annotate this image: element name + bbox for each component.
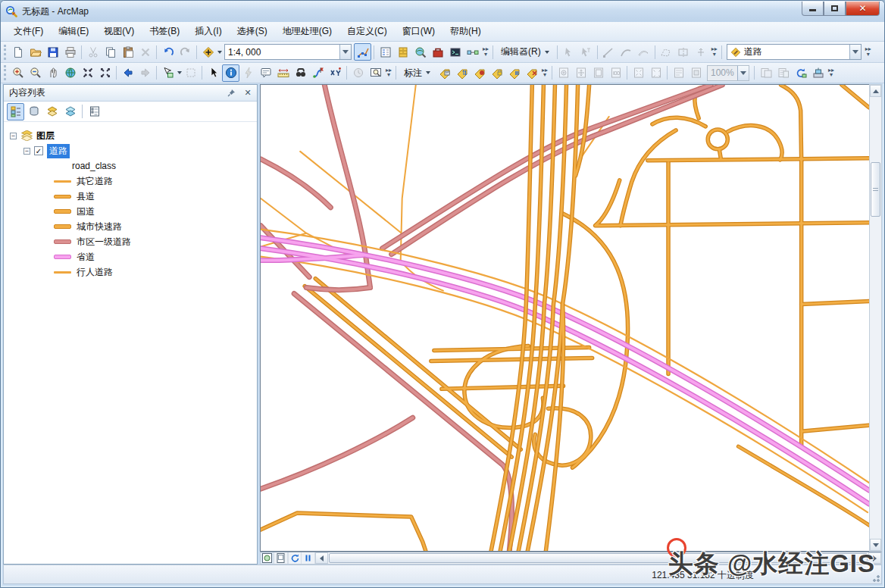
legend-swatch-national-road[interactable] — [54, 209, 71, 214]
labeling-menu-button[interactable]: 标注 — [399, 64, 436, 82]
html-popup-icon[interactable] — [257, 64, 274, 82]
legend-swatch-urban-primary-road[interactable] — [54, 239, 71, 244]
print-icon[interactable] — [61, 43, 79, 61]
list-by-source-icon[interactable] — [25, 103, 42, 120]
list-by-drawing-order-icon[interactable] — [7, 103, 24, 120]
menu-windows[interactable]: 窗口(W) — [396, 23, 442, 40]
zoom-whole-page-icon[interactable] — [589, 64, 607, 82]
map-view[interactable] — [260, 84, 869, 552]
collapse-icon[interactable]: − — [10, 133, 17, 139]
toolbar-overflow-icon[interactable]: ▸▸▾ — [481, 44, 490, 61]
pause-drawing-button[interactable] — [302, 552, 315, 564]
add-data-icon[interactable] — [199, 43, 217, 61]
add-data-dropdown-icon[interactable] — [217, 51, 222, 54]
map-scale-combo[interactable]: 1:4, 000 — [224, 44, 352, 60]
menu-selection[interactable]: 选择(S) — [230, 23, 274, 40]
clear-selection-icon[interactable] — [182, 64, 199, 82]
open-icon[interactable] — [27, 43, 44, 61]
data-driven-pages-icon[interactable] — [774, 64, 792, 82]
arc-segment-icon[interactable] — [618, 43, 635, 61]
editor-overflow-icon[interactable]: ▸▸▾ — [710, 44, 719, 61]
identify-icon[interactable] — [222, 64, 239, 82]
maximize-button[interactable] — [824, 2, 846, 16]
go-to-xy-icon[interactable] — [327, 64, 344, 82]
modelbuilder-icon[interactable] — [464, 43, 481, 61]
toolbar-grip[interactable] — [4, 45, 8, 60]
horizontal-scroll-thumb[interactable] — [329, 553, 868, 563]
save-icon[interactable] — [44, 43, 61, 61]
pan-icon[interactable] — [44, 64, 61, 82]
vertical-scrollbar[interactable] — [869, 84, 882, 552]
viewer-window-icon[interactable] — [367, 64, 384, 82]
undo-icon[interactable] — [159, 43, 177, 61]
label-weight-icon[interactable] — [471, 64, 488, 82]
forward-extent-icon[interactable] — [136, 64, 154, 82]
share-service-icon[interactable] — [809, 64, 827, 82]
data-view-button[interactable] — [261, 552, 274, 564]
rotate-tool-icon[interactable] — [693, 43, 710, 61]
scroll-left-icon[interactable] — [315, 552, 328, 564]
legend-item[interactable]: 其它道路 — [4, 174, 257, 189]
fixed-zoom-in-layout-icon[interactable] — [630, 64, 647, 82]
tree-node-layers[interactable]: − 图层 — [4, 128, 257, 143]
legend-item[interactable]: 国道 — [4, 204, 257, 219]
toc-window-icon[interactable] — [377, 43, 394, 61]
new-map-icon[interactable] — [9, 43, 27, 61]
redo-icon[interactable] — [177, 43, 194, 61]
legend-item[interactable]: 市区一级道路 — [4, 234, 257, 249]
back-extent-icon[interactable] — [119, 64, 136, 82]
layout-zoom-dropdown-icon[interactable] — [737, 66, 749, 80]
title-bar[interactable]: 无标题 - ArcMap ✕ — [1, 1, 884, 22]
menu-edit[interactable]: 编辑(E) — [52, 23, 95, 40]
time-slider-icon[interactable] — [349, 64, 367, 82]
edit-tool-icon[interactable] — [560, 43, 577, 61]
find-route-icon[interactable] — [309, 64, 327, 82]
pause-labeling-icon[interactable] — [505, 64, 523, 82]
list-by-visibility-icon[interactable] — [43, 103, 61, 120]
menu-help[interactable]: 帮助(H) — [443, 23, 488, 40]
select-features-icon[interactable] — [159, 64, 177, 82]
cut-icon[interactable] — [84, 43, 102, 61]
legend-swatch-urban-expressway[interactable] — [54, 224, 71, 229]
fixed-zoom-out-layout-icon[interactable] — [647, 64, 665, 82]
pan-layout-icon[interactable] — [572, 64, 589, 82]
label-manager-icon[interactable] — [436, 64, 453, 82]
target-layer-combo[interactable]: 道路 — [727, 44, 862, 60]
zoom-in-icon[interactable] — [9, 64, 27, 82]
labeling-overflow-icon[interactable]: ▸▸▾ — [540, 64, 549, 81]
menu-file[interactable]: 文件(F) — [7, 23, 50, 40]
minimize-button[interactable] — [802, 2, 824, 16]
zoom-100-icon[interactable] — [607, 64, 624, 82]
legend-swatch-county-road[interactable] — [54, 195, 71, 199]
layer-visibility-checkbox[interactable]: ✓ — [34, 146, 43, 155]
target-layer-dropdown-icon[interactable] — [849, 45, 861, 59]
tools-overflow-icon[interactable]: ▸▸▾ — [384, 64, 393, 81]
menu-insert[interactable]: 插入(I) — [188, 23, 228, 40]
fixed-zoom-in-icon[interactable] — [79, 64, 96, 82]
pin-icon[interactable] — [225, 87, 237, 99]
layout-zoom-combo[interactable]: 100% — [707, 65, 749, 81]
label-priority-icon[interactable] — [453, 64, 471, 82]
legend-item[interactable]: 城市快速路 — [4, 219, 257, 234]
hyperlink-icon[interactable] — [239, 64, 257, 82]
legend-swatch-provincial-road[interactable] — [54, 255, 71, 259]
refresh-map-service-icon[interactable] — [792, 64, 809, 82]
python-window-icon[interactable] — [446, 43, 464, 61]
layout-overflow-icon[interactable]: ▸▸▾ — [827, 64, 836, 81]
toolbar2-overflow-icon[interactable]: ▸▸▾ — [864, 44, 873, 61]
copy-icon[interactable] — [102, 43, 119, 61]
trace-tool-icon[interactable] — [635, 43, 652, 61]
layer-label-selected[interactable]: 道路 — [47, 144, 70, 158]
measure-icon[interactable] — [274, 64, 292, 82]
scroll-down-icon[interactable] — [870, 539, 881, 551]
toolbar-grip[interactable] — [4, 65, 8, 80]
view-unplaced-icon[interactable] — [523, 64, 540, 82]
cut-polygons-icon[interactable] — [675, 43, 693, 61]
menu-view[interactable]: 视图(V) — [97, 23, 141, 40]
edit-annotation-tool-icon[interactable] — [577, 43, 595, 61]
vertical-scroll-thumb[interactable] — [871, 162, 880, 217]
paste-icon[interactable] — [119, 43, 136, 61]
menu-geoprocessing[interactable]: 地理处理(G) — [276, 23, 339, 40]
toc-options-icon[interactable] — [86, 103, 103, 120]
catalog-window-icon[interactable] — [394, 43, 411, 61]
